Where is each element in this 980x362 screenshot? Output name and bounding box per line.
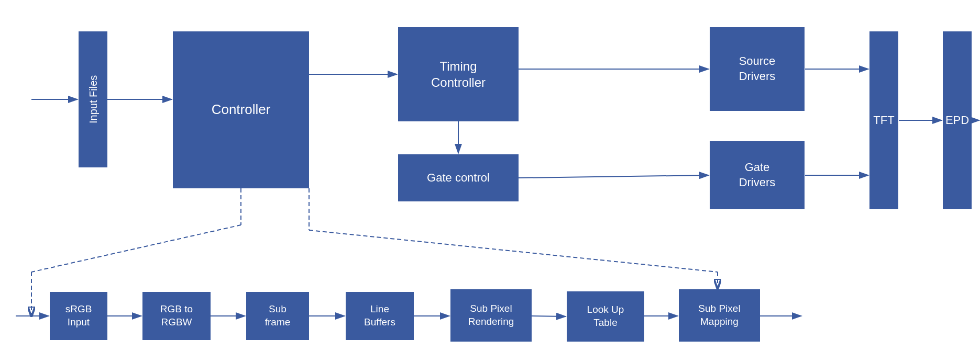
diagram: Input Files Controller TimingController … <box>0 0 980 362</box>
block-sub-pixel-rendering: Sub PixelRendering <box>450 289 532 342</box>
block-epd: EPD <box>943 31 972 209</box>
svg-line-6 <box>519 175 709 178</box>
block-sub-frame: Subframe <box>246 292 309 340</box>
svg-line-11 <box>31 225 241 272</box>
block-timing-controller: TimingController <box>398 27 519 121</box>
block-line-buffers: LineBuffers <box>346 292 414 340</box>
svg-line-21 <box>532 316 566 316</box>
block-rgb-to-rgbw: RGB toRGBW <box>142 292 211 340</box>
svg-line-14 <box>309 230 718 272</box>
block-srgb-input: sRGBInput <box>50 292 107 340</box>
block-source-drivers: SourceDrivers <box>710 27 805 111</box>
block-gate-control: Gate control <box>398 154 519 201</box>
block-look-up-table: Look UpTable <box>567 291 644 342</box>
block-gate-drivers: GateDrivers <box>710 141 805 209</box>
block-tft: TFT <box>869 31 898 209</box>
block-controller: Controller <box>173 31 309 188</box>
block-sub-pixel-mapping: Sub PixelMapping <box>679 289 760 342</box>
block-input-files: Input Files <box>79 31 107 167</box>
